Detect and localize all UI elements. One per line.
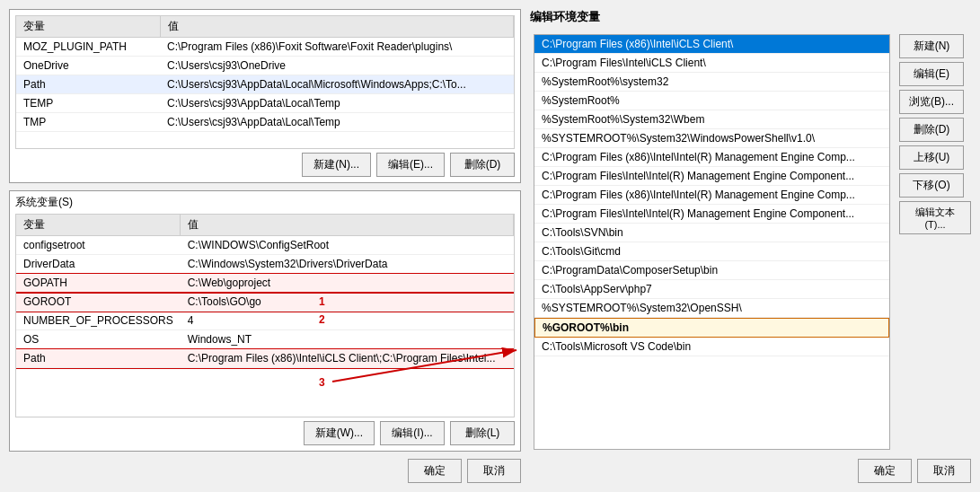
edit-env-title: 编辑环境变量 (530, 9, 971, 25)
user-var-cell: TEMP (16, 94, 160, 113)
user-var-cell: TMP (16, 113, 160, 132)
env-path-item[interactable]: C:\Tools\SVN\bin (534, 224, 889, 242)
sys-var-row[interactable]: GOROOTC:\Tools\GO\go (16, 293, 514, 312)
user-val-cell: C:\Program Files (x86)\Foxit Software\Fo… (160, 38, 514, 57)
env-browse-button[interactable]: 浏览(B)... (899, 90, 964, 114)
sys-val-cell: C:\WINDOWS\ConfigSetRoot (181, 236, 514, 255)
env-path-item[interactable]: C:\Program Files\Intel\Intel(R) Manageme… (534, 167, 889, 186)
sys-val-cell: C:\Program Files (x86)\Intel\iCLS Client… (181, 349, 514, 368)
env-path-item[interactable]: C:\Program Files (x86)\Intel\Intel(R) Ma… (534, 148, 889, 167)
user-var-cell: MOZ_PLUGIN_PATH (16, 38, 160, 57)
user-var-row[interactable]: TEMPC:\Users\csj93\AppData\Local\Temp (16, 94, 514, 113)
sys-var-row[interactable]: PathC:\Program Files (x86)\Intel\iCLS Cl… (16, 349, 514, 368)
env-down-button[interactable]: 下移(O) (899, 173, 964, 198)
env-path-item[interactable]: C:\Tools\Microsoft VS Code\bin (534, 338, 889, 356)
sys-var-cell: GOPATH (16, 274, 181, 293)
sys-var-cell: Path (16, 349, 181, 368)
user-val-cell: C:\Users\csj93\OneDrive (160, 57, 514, 75)
env-path-item[interactable]: %SystemRoot%\system32 (534, 73, 889, 92)
user-var-cell: OneDrive (16, 57, 160, 75)
user-var-row[interactable]: TMPC:\Users\csj93\AppData\Local\Temp (16, 113, 514, 132)
env-path-item[interactable]: C:\Program Files (x86)\Intel\Intel(R) Ma… (534, 186, 889, 205)
sys-var-row[interactable]: DriverDataC:\Windows\System32\Drivers\Dr… (16, 255, 514, 274)
env-path-item[interactable]: %SYSTEMROOT%\System32\WindowsPowerShell\… (534, 129, 889, 148)
env-edit-button[interactable]: 编辑(E) (899, 62, 964, 86)
user-val-col-header: 值 (160, 16, 514, 38)
env-path-item[interactable]: %GOROOT%\bin (534, 318, 889, 338)
env-new-button[interactable]: 新建(N) (899, 34, 964, 58)
sys-var-row[interactable]: GOPATHC:\Web\goproject (16, 274, 514, 293)
user-var-row[interactable]: PathC:\Users\csj93\AppData\Local\Microso… (16, 75, 514, 94)
user-edit-button[interactable]: 编辑(E)... (376, 153, 445, 177)
user-val-cell: C:\Users\csj93\AppData\Local\Temp (160, 94, 514, 113)
sys-val-cell: 4 (181, 312, 514, 330)
sys-edit-button[interactable]: 编辑(I)... (380, 421, 445, 445)
env-path-item[interactable]: C:\Program Files (x86)\Intel\iCLS Client… (534, 35, 889, 54)
env-path-item[interactable]: C:\ProgramData\ComposerSetup\bin (534, 261, 889, 280)
env-path-item[interactable]: C:\Program Files\Intel\Intel(R) Manageme… (534, 205, 889, 224)
user-val-cell: C:\Users\csj93\AppData\Local\Microsoft\W… (160, 75, 514, 94)
left-ok-button[interactable]: 确定 (408, 459, 462, 483)
sys-delete-button[interactable]: 删除(L) (450, 421, 515, 445)
sys-var-cell: configsetroot (16, 236, 181, 255)
sys-val-cell: C:\Tools\GO\go (181, 293, 514, 312)
env-edittext-button[interactable]: 编辑文本(T)... (899, 201, 971, 234)
sys-var-row[interactable]: NUMBER_OF_PROCESSORS4 (16, 312, 514, 330)
user-var-row[interactable]: OneDriveC:\Users\csj93\OneDrive (16, 57, 514, 75)
sys-val-cell: C:\Web\goproject (181, 274, 514, 293)
env-path-item[interactable]: C:\Program Files\Intel\iCLS Client\ (534, 54, 889, 73)
sys-var-row[interactable]: configsetrootC:\WINDOWS\ConfigSetRoot (16, 236, 514, 255)
sys-new-button[interactable]: 新建(W)... (304, 421, 375, 445)
env-delete-button[interactable]: 删除(D) (899, 118, 964, 142)
sys-var-cell: DriverData (16, 255, 181, 274)
env-path-list[interactable]: C:\Program Files (x86)\Intel\iCLS Client… (534, 34, 890, 450)
sys-var-cell: NUMBER_OF_PROCESSORS (16, 312, 181, 330)
user-var-col-header: 变量 (16, 16, 160, 38)
left-cancel-button[interactable]: 取消 (467, 459, 521, 483)
user-var-row[interactable]: MOZ_PLUGIN_PATHC:\Program Files (x86)\Fo… (16, 38, 514, 57)
env-up-button[interactable]: 上移(U) (899, 145, 964, 170)
sys-vars-title: 系统变量(S) (10, 191, 520, 214)
env-path-item[interactable]: %SystemRoot% (534, 92, 889, 110)
sys-var-cell: GOROOT (16, 293, 181, 312)
user-new-button[interactable]: 新建(N)... (302, 153, 371, 177)
env-path-item[interactable]: %SystemRoot%\System32\Wbem (534, 110, 889, 129)
env-path-item[interactable]: C:\Tools\Git\cmd (534, 242, 889, 261)
sys-var-cell: OS (16, 330, 181, 349)
right-cancel-button[interactable]: 取消 (917, 459, 971, 483)
env-path-item[interactable]: %SYSTEMROOT%\System32\OpenSSH\ (534, 299, 889, 318)
sys-val-cell: C:\Windows\System32\Drivers\DriverData (181, 255, 514, 274)
sys-var-row[interactable]: OSWindows_NT (16, 330, 514, 349)
right-ok-button[interactable]: 确定 (858, 459, 912, 483)
env-path-item[interactable]: C:\Tools\AppServ\php7 (534, 280, 889, 299)
user-var-cell: Path (16, 75, 160, 94)
sys-var-col-header: 变量 (16, 215, 181, 236)
user-val-cell: C:\Users\csj93\AppData\Local\Temp (160, 113, 514, 132)
sys-val-cell: Windows_NT (181, 330, 514, 349)
user-delete-button[interactable]: 删除(D) (450, 153, 515, 177)
sys-val-col-header: 值 (181, 215, 514, 236)
